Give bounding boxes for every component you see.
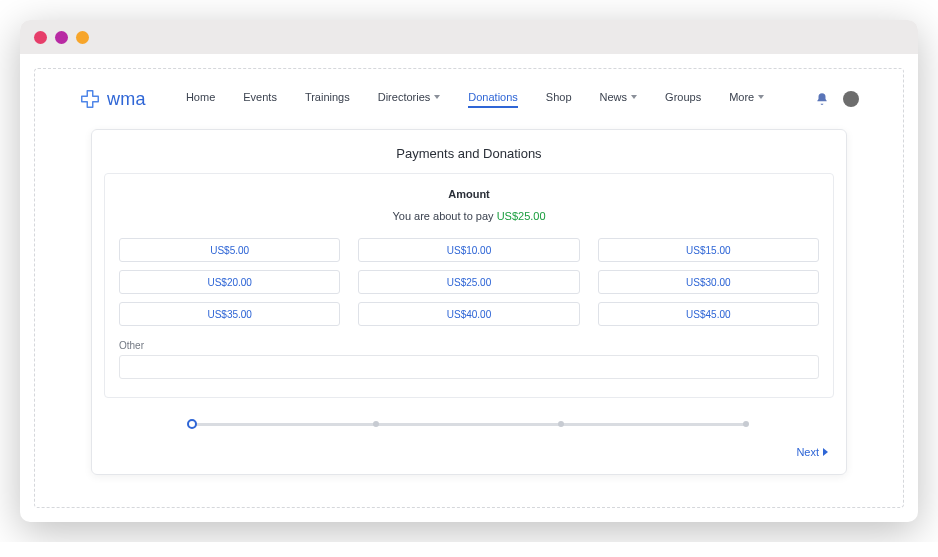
amount-section: Amount You are about to pay US$25.00 US$… bbox=[104, 173, 834, 398]
nav-shop[interactable]: Shop bbox=[546, 91, 572, 108]
amount-option-35[interactable]: US$35.00 bbox=[119, 302, 340, 326]
next-label: Next bbox=[796, 446, 819, 458]
main-nav: Home Events Trainings Directories Donati… bbox=[186, 91, 815, 108]
pay-summary: You are about to pay US$25.00 bbox=[119, 210, 819, 222]
progress-step-3[interactable] bbox=[558, 421, 564, 427]
wizard-progress bbox=[192, 416, 746, 432]
nav-home[interactable]: Home bbox=[186, 91, 215, 108]
page-container: wma Home Events Trainings Directories Do… bbox=[34, 68, 904, 508]
brand[interactable]: wma bbox=[79, 88, 146, 110]
nav-directories[interactable]: Directories bbox=[378, 91, 441, 108]
card-title: Payments and Donations bbox=[92, 130, 846, 173]
viewport: wma Home Events Trainings Directories Do… bbox=[20, 54, 918, 522]
progress-step-4[interactable] bbox=[743, 421, 749, 427]
donations-card: Payments and Donations Amount You are ab… bbox=[91, 129, 847, 475]
next-button[interactable]: Next bbox=[796, 446, 828, 458]
logo-icon bbox=[79, 88, 101, 110]
window-zoom-icon[interactable] bbox=[76, 31, 89, 44]
section-heading: Amount bbox=[119, 188, 819, 200]
brand-name: wma bbox=[107, 89, 146, 110]
avatar[interactable] bbox=[843, 91, 859, 107]
amount-option-30[interactable]: US$30.00 bbox=[598, 270, 819, 294]
pay-prefix: You are about to pay bbox=[392, 210, 496, 222]
header-actions bbox=[815, 91, 859, 107]
nav-events[interactable]: Events bbox=[243, 91, 277, 108]
notifications-icon[interactable] bbox=[815, 92, 829, 106]
nav-trainings[interactable]: Trainings bbox=[305, 91, 350, 108]
chevron-right-icon bbox=[823, 448, 828, 456]
wizard-footer: Next bbox=[92, 432, 846, 458]
chevron-down-icon bbox=[434, 95, 440, 99]
progress-step-1[interactable] bbox=[187, 419, 197, 429]
progress-track bbox=[192, 423, 746, 426]
browser-window: wma Home Events Trainings Directories Do… bbox=[20, 20, 918, 522]
chevron-down-icon bbox=[758, 95, 764, 99]
pay-amount: US$25.00 bbox=[497, 210, 546, 222]
amount-option-15[interactable]: US$15.00 bbox=[598, 238, 819, 262]
amount-option-20[interactable]: US$20.00 bbox=[119, 270, 340, 294]
window-titlebar bbox=[20, 20, 918, 54]
amount-option-40[interactable]: US$40.00 bbox=[358, 302, 579, 326]
amount-grid: US$5.00 US$10.00 US$15.00 US$20.00 US$25… bbox=[119, 238, 819, 326]
site-header: wma Home Events Trainings Directories Do… bbox=[35, 69, 903, 129]
chevron-down-icon bbox=[631, 95, 637, 99]
nav-more[interactable]: More bbox=[729, 91, 764, 108]
other-amount-input[interactable] bbox=[119, 355, 819, 379]
nav-groups[interactable]: Groups bbox=[665, 91, 701, 108]
nav-donations[interactable]: Donations bbox=[468, 91, 518, 108]
amount-option-10[interactable]: US$10.00 bbox=[358, 238, 579, 262]
amount-option-45[interactable]: US$45.00 bbox=[598, 302, 819, 326]
amount-option-5[interactable]: US$5.00 bbox=[119, 238, 340, 262]
other-amount-label: Other bbox=[119, 340, 819, 351]
window-minimize-icon[interactable] bbox=[55, 31, 68, 44]
window-close-icon[interactable] bbox=[34, 31, 47, 44]
amount-option-25[interactable]: US$25.00 bbox=[358, 270, 579, 294]
progress-step-2[interactable] bbox=[373, 421, 379, 427]
nav-news[interactable]: News bbox=[600, 91, 638, 108]
